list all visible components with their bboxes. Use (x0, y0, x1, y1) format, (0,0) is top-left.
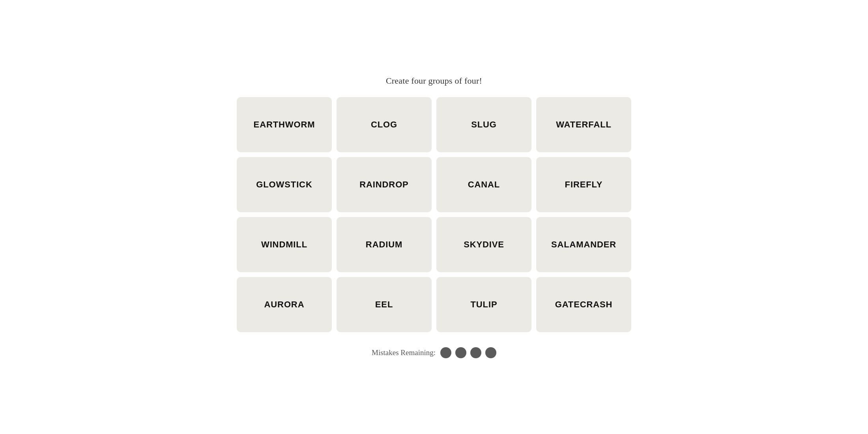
grid-cell-label-clog: CLOG (371, 120, 397, 130)
grid-cell-label-skydive: SKYDIVE (464, 239, 504, 250)
grid-cell-label-canal: CANAL (468, 180, 500, 190)
mistakes-row: Mistakes Remaining: (372, 347, 496, 358)
mistakes-dots (440, 347, 496, 358)
grid-cell-label-raindrop: RAINDROP (359, 180, 408, 190)
grid-cell-eel[interactable]: EEL (337, 277, 432, 332)
grid-cell-label-radium: RADIUM (366, 239, 402, 250)
grid-cell-firefly[interactable]: FIREFLY (536, 157, 631, 212)
grid-cell-skydive[interactable]: SKYDIVE (436, 217, 531, 272)
grid-cell-label-earthworm: EARTHWORM (254, 120, 315, 130)
grid-cell-label-gatecrash: GATECRASH (555, 299, 613, 310)
grid-cell-tulip[interactable]: TULIP (436, 277, 531, 332)
grid-cell-label-salamander: SALAMANDER (551, 239, 616, 250)
grid-cell-label-windmill: WINDMILL (261, 239, 307, 250)
grid-cell-raindrop[interactable]: RAINDROP (337, 157, 432, 212)
grid-cell-earthworm[interactable]: EARTHWORM (237, 97, 332, 152)
grid-cell-label-tulip: TULIP (471, 299, 498, 310)
grid-cell-label-slug: SLUG (471, 120, 497, 130)
grid-cell-salamander[interactable]: SALAMANDER (536, 217, 631, 272)
grid-cell-canal[interactable]: CANAL (436, 157, 531, 212)
mistake-dot-1 (440, 347, 451, 358)
game-subtitle: Create four groups of four! (386, 76, 482, 86)
grid-cell-label-firefly: FIREFLY (565, 180, 603, 190)
grid-cell-gatecrash[interactable]: GATECRASH (536, 277, 631, 332)
mistakes-label: Mistakes Remaining: (372, 348, 436, 357)
grid-cell-glowstick[interactable]: GLOWSTICK (237, 157, 332, 212)
grid-cell-radium[interactable]: RADIUM (337, 217, 432, 272)
grid-cell-label-waterfall: WATERFALL (556, 120, 612, 130)
game-container: Create four groups of four! EARTHWORMCLO… (237, 76, 631, 358)
grid-cell-label-glowstick: GLOWSTICK (256, 180, 312, 190)
grid-cell-windmill[interactable]: WINDMILL (237, 217, 332, 272)
mistake-dot-2 (455, 347, 466, 358)
grid-cell-label-aurora: AURORA (264, 299, 305, 310)
mistake-dot-3 (470, 347, 481, 358)
grid-cell-aurora[interactable]: AURORA (237, 277, 332, 332)
grid-cell-waterfall[interactable]: WATERFALL (536, 97, 631, 152)
word-grid: EARTHWORMCLOGSLUGWATERFALLGLOWSTICKRAIND… (237, 97, 631, 332)
grid-cell-slug[interactable]: SLUG (436, 97, 531, 152)
mistake-dot-4 (485, 347, 496, 358)
grid-cell-label-eel: EEL (375, 299, 393, 310)
grid-cell-clog[interactable]: CLOG (337, 97, 432, 152)
